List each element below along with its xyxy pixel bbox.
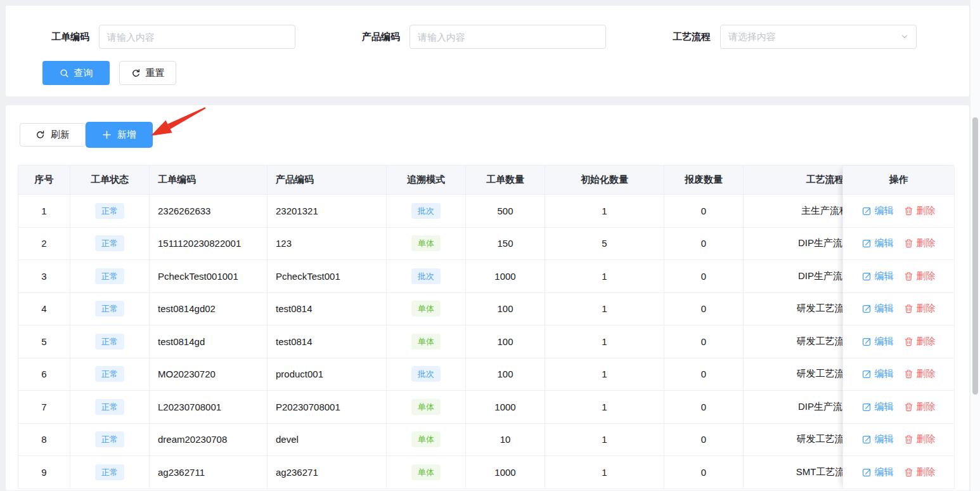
cell-trace-mode: 批次 (387, 358, 466, 391)
cell-scrap-qty: 0 (664, 293, 744, 326)
cell-qty: 100 (466, 358, 545, 391)
cell-qty: 500 (466, 195, 545, 228)
cell-product-code: devel (268, 424, 387, 457)
cell-qty: 100 (466, 325, 545, 358)
cell-init-qty: 1 (545, 456, 664, 489)
add-button-label: 新增 (117, 129, 136, 141)
header-qty: 工单数量 (466, 166, 545, 195)
edit-button-label: 编辑 (875, 237, 894, 249)
add-button[interactable]: 新增 (86, 122, 153, 148)
cell-no: 1 (18, 195, 70, 228)
cell-product-code: 123 (268, 228, 387, 261)
cell-scrap-qty: 0 (664, 260, 744, 293)
edit-button-label: 编辑 (875, 368, 894, 380)
cell-trace-mode: 单体 (387, 228, 466, 261)
edit-icon (862, 468, 872, 477)
delete-button[interactable]: 删除 (904, 433, 936, 445)
edit-icon (862, 369, 872, 379)
reset-button-label: 重置 (146, 67, 165, 79)
refresh-button[interactable]: 刷新 (20, 123, 86, 147)
edit-button[interactable]: 编辑 (862, 466, 894, 478)
query-button-label: 查询 (74, 67, 93, 79)
cell-init-qty: 1 (545, 424, 664, 457)
cell-init-qty: 1 (545, 391, 664, 424)
operation-column: 操作 编辑删除编辑删除编辑删除编辑删除编辑删除编辑删除编辑删除编辑删除编辑删除 (842, 166, 955, 489)
reset-button[interactable]: 重置 (119, 61, 176, 85)
edit-icon (862, 402, 872, 412)
trace-mode-badge: 单体 (411, 334, 441, 350)
status-badge: 正常 (95, 203, 124, 219)
edit-button[interactable]: 编辑 (862, 401, 894, 413)
delete-icon (904, 304, 913, 313)
delete-button[interactable]: 删除 (904, 401, 936, 413)
cell-order-code: test0814gd (150, 325, 268, 358)
work-order-table: 序号 工单状态 工单编码 产品编码 追溯模式 工单数量 初始化数量 报废数量 工… (18, 165, 954, 489)
trace-mode-badge: 单体 (411, 464, 441, 480)
scrollbar-thumb[interactable] (972, 117, 978, 395)
process-flow-select[interactable]: 请选择内容 (720, 25, 917, 49)
row-actions: 编辑删除 (843, 391, 954, 424)
cell-status: 正常 (70, 424, 150, 457)
delete-button[interactable]: 删除 (904, 303, 936, 315)
cell-init-qty: 1 (545, 293, 664, 326)
cell-order-code: dream20230708 (150, 424, 268, 457)
product-code-label: 产品编码 (349, 25, 400, 49)
cell-init-qty: 1 (545, 358, 664, 391)
query-button[interactable]: 查询 (42, 61, 110, 85)
edit-button[interactable]: 编辑 (862, 433, 894, 445)
edit-button[interactable]: 编辑 (862, 205, 894, 217)
cell-scrap-qty: 0 (664, 424, 744, 457)
product-code-input[interactable] (409, 25, 606, 49)
edit-button-label: 编辑 (875, 466, 894, 478)
delete-button[interactable]: 删除 (904, 336, 936, 348)
delete-button[interactable]: 删除 (904, 466, 936, 478)
row-actions: 编辑删除 (843, 228, 954, 261)
edit-button[interactable]: 编辑 (862, 270, 894, 282)
scrollbar-track[interactable] (970, 0, 980, 491)
cell-no: 5 (18, 325, 70, 358)
cell-scrap-qty: 0 (664, 456, 744, 489)
cell-qty: 100 (466, 293, 545, 326)
status-badge: 正常 (95, 464, 124, 480)
header-operation: 操作 (843, 166, 954, 195)
edit-button[interactable]: 编辑 (862, 303, 894, 315)
row-actions: 编辑删除 (843, 456, 954, 489)
cell-qty: 150 (466, 228, 545, 261)
process-flow-select-placeholder: 请选择内容 (728, 31, 776, 43)
edit-icon (862, 435, 872, 444)
edit-button-label: 编辑 (875, 336, 894, 348)
delete-button[interactable]: 删除 (904, 205, 936, 217)
table-header-row: 序号 工单状态 工单编码 产品编码 追溯模式 工单数量 初始化数量 报废数量 工… (18, 166, 907, 195)
cell-order-code: L20230708001 (150, 391, 268, 424)
header-product-code: 产品编码 (268, 166, 387, 195)
refresh-button-label: 刷新 (51, 129, 70, 141)
delete-button[interactable]: 删除 (904, 368, 936, 380)
status-badge: 正常 (95, 235, 124, 251)
cell-trace-mode: 单体 (387, 391, 466, 424)
cell-product-code: PcheckTest001 (268, 260, 387, 293)
cell-trace-mode: 批次 (387, 260, 466, 293)
edit-button[interactable]: 编辑 (862, 368, 894, 380)
plus-icon (102, 130, 112, 140)
cell-no: 3 (18, 260, 70, 293)
header-trace-mode: 追溯模式 (387, 166, 466, 195)
edit-button[interactable]: 编辑 (862, 237, 894, 249)
trace-mode-badge: 批次 (411, 203, 441, 219)
cell-status: 正常 (70, 325, 150, 358)
cell-init-qty: 1 (545, 195, 664, 228)
cell-status: 正常 (70, 228, 150, 261)
edit-button[interactable]: 编辑 (862, 336, 894, 348)
delete-button[interactable]: 删除 (904, 270, 936, 282)
cell-init-qty: 1 (545, 260, 664, 293)
table-body: 1正常232626263323201321批次50010主生产流程2正常1511… (18, 195, 907, 489)
edit-button-label: 编辑 (875, 303, 894, 315)
delete-button[interactable]: 删除 (904, 237, 936, 249)
cell-qty: 1000 (466, 391, 545, 424)
trace-mode-badge: 单体 (411, 301, 441, 317)
edit-button-label: 编辑 (875, 270, 894, 282)
status-badge: 正常 (95, 301, 124, 317)
status-badge: 正常 (95, 399, 124, 415)
delete-button-label: 删除 (917, 401, 936, 413)
delete-icon (904, 272, 913, 281)
order-code-input[interactable] (99, 25, 295, 49)
